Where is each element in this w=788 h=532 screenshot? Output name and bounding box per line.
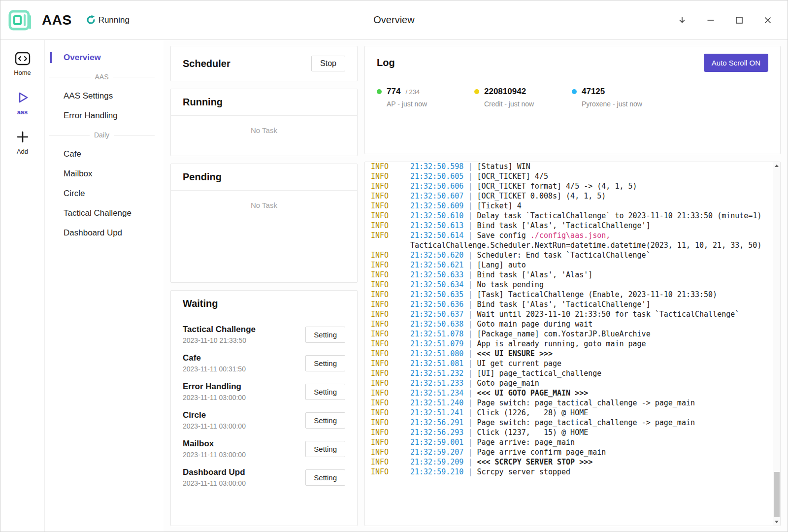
stat-value: 220810942 [484,87,526,97]
scrollbar-down-button[interactable] [773,518,780,526]
log-column: Log Auto Scroll ON 774/ 234AP - just now… [364,46,781,526]
download-arrow-icon [677,15,687,25]
sidebar-nav: OverviewAASAAS SettingsError HandlingDai… [45,40,164,532]
log-line: INFO21:32:51.079 | App is already runnin… [371,339,767,349]
task-info: Tactical Challenge2023-11-10 21:33:50 [183,325,256,344]
task-next-run-time: 2023-11-11 03:00:00 [183,479,246,487]
task-next-run-time: 2023-11-11 03:00:00 [183,394,246,401]
stat-pyroxene-just-now: 47125Pyroxene - just now [572,87,669,108]
log-line: INFO21:32:51.241 | Click (1226, 28) @ HO… [371,408,767,418]
stat-dot-icon [572,89,577,94]
sidebar-item-dashboard-upd[interactable]: Dashboard Upd [45,223,164,243]
log-line: INFO21:32:50.605 | [OCR_TICKET] 4/5 [371,171,767,181]
log-line: INFO21:32:50.637 | Wait until 2023-11-10… [371,309,767,319]
titlebar: AAS Running Overview [0,0,788,40]
log-lines: INFO21:32:50.598 | [Status] WININFO21:32… [371,162,767,477]
rail-item-label: Add [17,148,28,155]
task-next-run-time: 2023-11-11 03:00:00 [183,422,246,430]
icon-rail: Home aas Add [0,40,45,532]
log-line: INFO21:32:50.620 | Scheduler: End task `… [371,250,767,260]
log-line: INFO21:32:59.001 | Page arrive: page_mai… [371,437,767,447]
sidebar-item-tactical-challenge[interactable]: Tactical Challenge [45,203,164,223]
task-name: Tactical Challenge [183,325,256,334]
log-line: INFO21:32:50.598 | [Status] WIN [371,162,767,171]
log-line: INFO21:32:50.638 | Goto main page during… [371,319,767,329]
main-content: Scheduler Stop Running No Task Pending N… [164,40,788,532]
task-name: Dashboard Upd [183,467,246,477]
sidebar-item-aas-settings[interactable]: AAS Settings [45,86,164,106]
log-line: INFO21:32:56.293 | Click (1237, 15) @ HO… [371,428,767,437]
app-name: AAS [42,12,72,28]
running-spinner-icon [86,15,96,25]
log-title: Log [377,57,395,68]
scrollbar-thumb[interactable] [774,472,780,517]
minimize-icon [706,15,716,25]
task-name: Cafe [183,353,246,363]
task-setting-button[interactable]: Setting [305,469,345,486]
rail-item-home[interactable]: Home [14,52,31,76]
waiting-task-mailbox: Mailbox2023-11-11 03:00:00Setting [171,434,357,463]
log-line: INFO21:32:50.609 | [Ticket] 4 [371,201,767,211]
waiting-task-tactical-challenge: Tactical Challenge2023-11-10 21:33:50Set… [171,320,357,349]
app-logo-icon [6,6,35,34]
stat-dot-icon [474,89,479,94]
log-header-card: Log Auto Scroll ON 774/ 234AP - just now… [364,46,781,154]
log-line: INFO21:32:51.080 | <<< UI ENSURE >>> [371,349,767,359]
task-name: Error Handling [183,382,246,392]
running-empty-text: No Task [171,116,357,134]
sidebar-item-mailbox[interactable]: Mailbox [45,164,164,184]
plus-icon [15,130,30,144]
log-line: INFO21:32:50.636 | Bind task ['Alas', 'T… [371,299,767,309]
log-line: INFO21:32:51.078 | [Package_name] com.Yo… [371,329,767,339]
task-setting-button[interactable]: Setting [305,355,345,371]
task-next-run-time: 2023-11-11 03:00:00 [183,451,246,459]
log-line: INFO21:32:51.240 | Page switch: page_tac… [371,398,767,408]
scheduler-stop-button[interactable]: Stop [311,56,345,71]
waiting-task-dashboard-upd: Dashboard Upd2023-11-11 03:00:00Setting [171,463,357,492]
rail-item-aas[interactable]: aas [15,90,30,116]
task-setting-button[interactable]: Setting [305,412,345,429]
code-window-icon [15,52,31,66]
log-stats: 774/ 234AP - just now220810942Credit - j… [377,87,768,108]
close-button[interactable] [759,11,777,29]
rail-item-add[interactable]: Add [15,130,30,155]
minimize-button[interactable] [702,11,720,29]
close-icon [763,15,773,25]
scheduler-column: Scheduler Stop Running No Task Pending N… [170,46,358,526]
task-setting-button[interactable]: Setting [305,327,345,343]
log-line: INFO21:32:50.633 | Bind task ['Alas', 'A… [371,270,767,280]
window-controls [673,11,777,29]
sidebar-item-cafe[interactable]: Cafe [45,144,164,164]
task-name: Mailbox [183,439,246,449]
log-header-row: Log Auto Scroll ON [377,54,768,72]
running-card-header: Running [171,89,357,116]
play-icon [15,90,30,105]
log-line: INFO21:32:50.634 | No task pending [371,280,767,290]
running-title: Running [183,97,223,108]
sidebar-item-error-handling[interactable]: Error Handling [45,106,164,126]
task-setting-button[interactable]: Setting [305,384,345,400]
sidebar-item-overview[interactable]: Overview [45,48,164,67]
task-info: Circle2023-11-11 03:00:00 [183,410,246,430]
scrollbar-up-button[interactable] [773,162,780,169]
scheduler-card: Scheduler Stop [170,46,358,81]
log-scrollbar[interactable] [773,162,780,526]
app-brand: AAS Running [6,6,130,34]
scheduler-title: Scheduler [183,58,230,69]
auto-scroll-toggle-button[interactable]: Auto Scroll ON [704,54,768,72]
waiting-title: Waiting [183,298,218,309]
stat-suffix: / 234 [405,88,420,96]
stat-value: 47125 [582,87,605,97]
update-download-button[interactable] [673,11,691,29]
log-line: INFO21:32:50.614 | Save config ./config\… [371,231,767,250]
sidebar-item-circle[interactable]: Circle [45,184,164,203]
task-info: Cafe2023-11-11 00:31:50 [183,353,246,373]
pending-empty-text: No Task [171,191,357,209]
stat-label: Credit - just now [474,100,572,108]
log-line: INFO21:32:51.232 | [UI] page_tactical_ch… [371,368,767,378]
maximize-button[interactable] [730,11,748,29]
task-setting-button[interactable]: Setting [305,441,345,457]
task-name: Circle [183,410,246,420]
stat-dot-icon [377,89,382,94]
log-line: INFO21:32:51.081 | UI get current page [371,359,767,368]
